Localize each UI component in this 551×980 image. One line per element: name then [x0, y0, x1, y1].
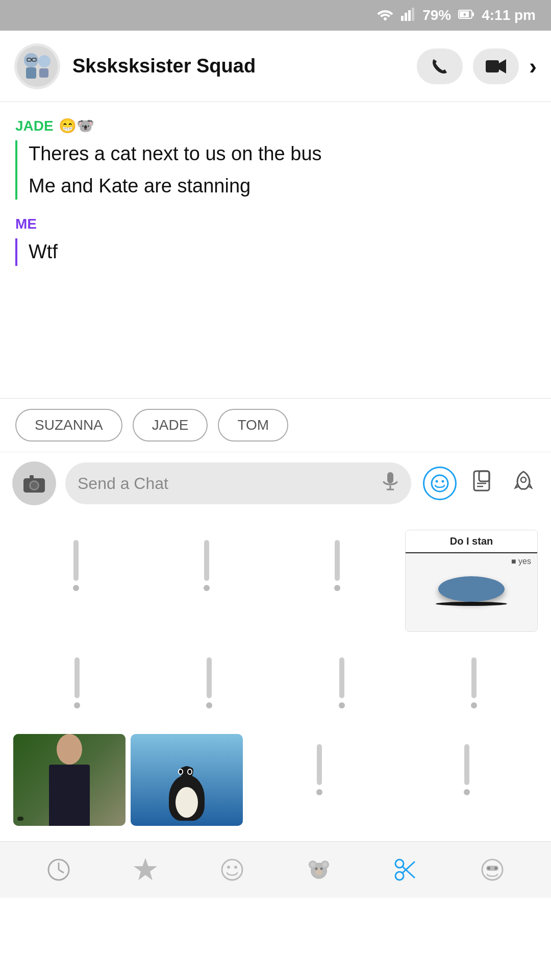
loading-indicator-1	[73, 540, 79, 591]
loading-indicator-3	[334, 540, 340, 591]
svg-point-25	[432, 475, 448, 492]
scissors-icon[interactable]	[388, 852, 423, 888]
smiley-icon[interactable]	[214, 852, 250, 888]
message-input-bar: Send a Chat	[0, 452, 551, 514]
media-row-2	[5, 642, 546, 724]
svg-point-47	[320, 868, 323, 870]
meme-card[interactable]: Do I stan ■ yes	[405, 530, 538, 632]
quick-replies-row: SUZANNA JADE TOM	[0, 398, 551, 452]
battery-icon	[458, 9, 474, 22]
chat-messages: JADE 😁🐨 Theres a cat next to us on the b…	[0, 102, 551, 398]
favorites-icon[interactable]	[128, 852, 163, 888]
svg-point-48	[395, 872, 404, 880]
svg-rect-10	[26, 67, 36, 79]
chat-input-placeholder: Send a Chat	[78, 474, 382, 493]
svg-point-20	[31, 482, 38, 489]
status-bar: 79% 4:11 pm	[0, 0, 551, 31]
wifi-icon	[377, 7, 394, 24]
svg-marker-17	[499, 59, 506, 74]
svg-point-54	[487, 867, 490, 870]
svg-point-32	[521, 477, 526, 482]
media-placeholder-7	[278, 647, 406, 719]
loading-indicator-7	[339, 657, 345, 708]
svg-point-49	[395, 860, 404, 868]
svg-line-51	[403, 867, 415, 878]
jade-message-2: Me and Kate are stanning	[29, 173, 536, 200]
media-placeholder-2	[144, 530, 269, 601]
quick-reply-suzanna[interactable]: SUZANNA	[15, 409, 122, 442]
svg-point-8	[17, 46, 58, 87]
svg-rect-1	[401, 16, 404, 21]
loading-indicator-p1	[316, 744, 322, 795]
me-message-1: Wtf	[29, 238, 536, 265]
mic-icon[interactable]	[382, 471, 399, 496]
svg-marker-36	[135, 860, 156, 879]
media-placeholder-loading-1	[248, 734, 390, 805]
meme-yes-label: ■ yes	[511, 557, 531, 566]
svg-point-43	[310, 862, 315, 867]
svg-rect-16	[486, 60, 499, 72]
battery-percentage: 79%	[422, 7, 451, 23]
jade-label: JADE 😁🐨	[15, 117, 536, 134]
quick-reply-jade[interactable]: JADE	[133, 409, 208, 442]
rocket-button[interactable]	[508, 470, 539, 497]
svg-point-37	[222, 860, 242, 880]
photo-thumb-1[interactable]	[13, 734, 126, 826]
svg-point-27	[442, 480, 444, 483]
svg-rect-15	[39, 68, 48, 78]
svg-line-50	[403, 862, 415, 873]
me-message-group: Wtf	[15, 238, 536, 265]
sticker-button[interactable]	[468, 469, 499, 498]
svg-rect-4	[412, 8, 414, 21]
video-call-button[interactable]	[473, 48, 519, 84]
clock-time: 4:11 pm	[482, 7, 536, 23]
svg-point-39	[234, 866, 237, 869]
more-options-button[interactable]: ›	[529, 54, 537, 79]
svg-point-55	[494, 867, 497, 870]
media-placeholder-3	[274, 530, 400, 601]
chat-input-field[interactable]: Send a Chat	[65, 462, 411, 504]
chat-header: Sksksksister Squad ›	[0, 31, 551, 102]
emoji-circle-icon	[423, 467, 457, 500]
photo-row	[5, 729, 546, 831]
svg-point-46	[315, 868, 318, 870]
signal-icon	[401, 8, 415, 23]
loading-indicator-5	[74, 657, 80, 708]
media-placeholder-1	[13, 530, 139, 601]
svg-line-35	[59, 870, 64, 873]
media-panel: Do I stan ■ yes	[0, 514, 551, 841]
meme-card-title: Do I stan	[406, 530, 537, 553]
emoji-button[interactable]	[420, 464, 459, 503]
jade-message-1: Theres a cat next to us on the bus	[29, 140, 536, 167]
media-placeholder-loading-2	[395, 734, 538, 805]
me-sender-label: ME	[15, 216, 536, 232]
loading-indicator-8	[471, 657, 477, 708]
svg-rect-22	[387, 472, 393, 483]
recent-icon[interactable]	[41, 852, 77, 888]
svg-rect-29	[479, 471, 489, 481]
media-placeholder-6	[146, 647, 273, 719]
svg-point-26	[436, 480, 438, 483]
loading-indicator-6	[206, 657, 212, 708]
photo-thumb-pingu[interactable]	[131, 734, 243, 826]
svg-point-14	[38, 55, 51, 67]
media-row-1: Do I stan ■ yes	[5, 525, 546, 637]
svg-point-38	[227, 866, 230, 869]
loading-indicator-2	[204, 540, 210, 591]
svg-rect-3	[408, 10, 411, 21]
quick-reply-tom[interactable]: TOM	[218, 409, 288, 442]
cool-smiley-icon[interactable]	[474, 852, 510, 888]
me-label: ME	[15, 216, 536, 232]
svg-rect-2	[405, 13, 407, 21]
camera-button[interactable]	[12, 461, 56, 505]
group-avatar[interactable]	[14, 43, 60, 89]
bottom-toolbar	[0, 841, 551, 898]
media-placeholder-5	[13, 647, 141, 719]
svg-rect-21	[30, 475, 34, 479]
svg-point-0	[384, 17, 387, 20]
jade-message-group: Theres a cat next to us on the bus Me an…	[15, 140, 536, 200]
call-button[interactable]	[417, 48, 463, 84]
bear-icon[interactable]	[301, 852, 337, 888]
group-name: Sksksksister Squad	[72, 55, 405, 77]
jade-sender-label: JADE 😁🐨	[15, 117, 536, 134]
